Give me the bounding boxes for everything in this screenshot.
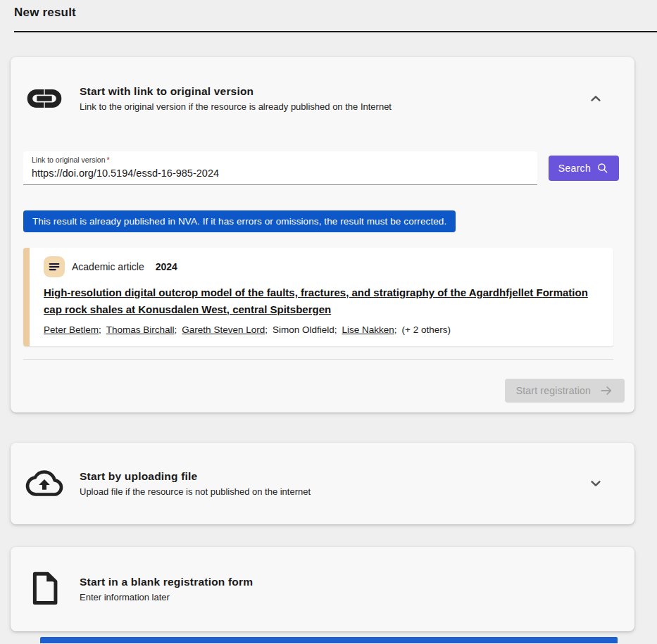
blank-card-header[interactable]: Start in a blank registration form Enter… [11, 547, 634, 631]
author-name[interactable]: Peter Betlem [44, 324, 99, 335]
academic-article-icon [44, 256, 65, 277]
search-button-label: Search [558, 163, 591, 174]
authors-others: (+ 2 others) [402, 324, 451, 335]
published-info-banner: This result is already published in NVA.… [23, 210, 456, 232]
upload-card-subtitle: Upload file if the resource is not publi… [80, 486, 311, 497]
result-year: 2024 [156, 261, 177, 272]
footer-bar [40, 637, 618, 643]
search-button[interactable]: Search [549, 156, 619, 181]
upload-card-title: Start by uploading file [80, 470, 311, 483]
result-type-row: Academic article 2024 [44, 256, 603, 277]
link-card-header[interactable]: Start with link to original version Link… [11, 57, 634, 112]
result-type-label: Academic article [72, 261, 144, 272]
start-registration-button[interactable]: Start registration [505, 379, 625, 403]
link-search-row: Link to original version* Search [11, 151, 634, 185]
start-registration-label: Start registration [516, 385, 591, 396]
search-icon [596, 162, 609, 175]
chevron-down-icon[interactable] [587, 474, 605, 493]
author-separator: ; [265, 324, 268, 335]
link-icon [25, 86, 64, 111]
blank-card-title: Start in a blank registration form [80, 576, 253, 588]
link-card-subtitle: Link to the original version if the reso… [80, 101, 392, 112]
link-card-title: Start with link to original version [80, 85, 392, 98]
result-item[interactable]: Academic article 2024 High-resolution di… [23, 248, 613, 346]
result-title-link[interactable]: High-resolution digital outcrop model of… [44, 284, 603, 318]
chevron-up-icon[interactable] [587, 89, 605, 108]
link-input[interactable] [32, 168, 529, 179]
author-separator: ; [334, 324, 337, 335]
arrow-right-icon [599, 384, 613, 398]
blank-card-subtitle: Enter information later [80, 592, 253, 602]
blank-card: Start in a blank registration form Enter… [11, 547, 634, 631]
link-input-field[interactable]: Link to original version* [23, 151, 537, 185]
page-title: New result [14, 6, 657, 31]
author-separator: ; [175, 324, 177, 335]
actions-row: Start registration [11, 360, 634, 403]
author-separator: ; [394, 324, 397, 335]
link-card: Start with link to original version Link… [11, 57, 634, 412]
cloud-upload-icon [25, 467, 64, 500]
author-name[interactable]: Thomas Birchall [106, 324, 175, 335]
author-name[interactable]: Gareth Steven Lord [182, 324, 265, 335]
author-name: Simon Oldfield [273, 324, 334, 335]
blank-document-icon [25, 572, 64, 607]
required-asterisk: * [106, 156, 109, 164]
author-separator: ; [99, 324, 101, 335]
upload-card-header[interactable]: Start by uploading file Upload file if t… [11, 443, 634, 524]
result-authors: Peter Betlem;Thomas Birchall;Gareth Stev… [44, 324, 603, 335]
page-header: New result [14, 0, 657, 32]
upload-card: Start by uploading file Upload file if t… [11, 443, 634, 524]
link-input-label: Link to original version* [32, 156, 529, 164]
author-name[interactable]: Lise Nakken [342, 324, 394, 335]
